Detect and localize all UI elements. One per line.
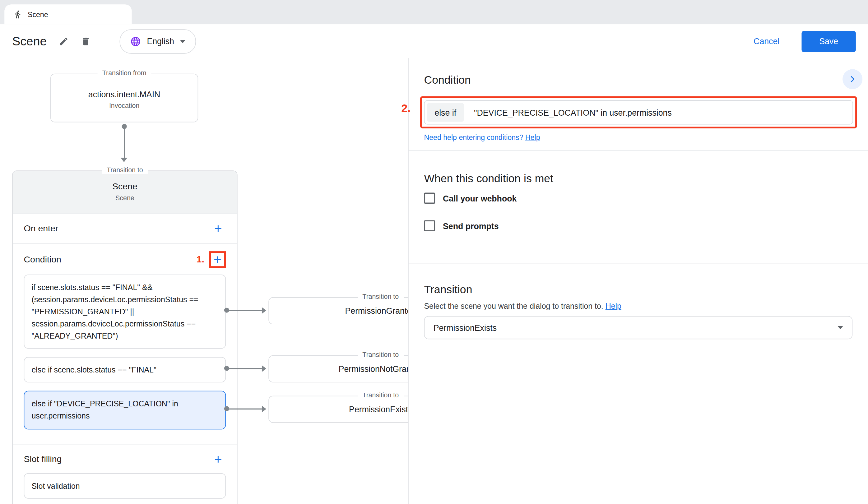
add-condition-button[interactable]	[211, 252, 224, 267]
arrowhead-down-icon	[121, 158, 127, 162]
target-legend: Transition to	[357, 351, 404, 359]
chevron-right-icon	[847, 74, 858, 85]
send-prompts-label: Send prompts	[443, 221, 499, 230]
delete-scene-button[interactable]	[79, 34, 93, 48]
conditions-help-link[interactable]: Help	[525, 133, 540, 142]
cancel-button[interactable]: Cancel	[750, 36, 783, 46]
on-enter-label: On enter	[24, 223, 59, 233]
add-on-enter-button[interactable]	[210, 221, 226, 236]
globe-icon	[130, 36, 142, 47]
tab-title: Scene	[28, 10, 48, 19]
chevron-down-icon	[838, 326, 843, 329]
transition-from-legend: Transition from	[97, 69, 152, 77]
divider	[409, 263, 868, 264]
add-slot-button[interactable]	[210, 451, 226, 467]
annotation-1: 1.	[197, 254, 204, 265]
annotation-2: 2.	[402, 102, 411, 115]
condition-detail-panel: Condition 2. else if Need help entering …	[408, 58, 868, 504]
transition-scene-select[interactable]: PermissionExists	[424, 316, 852, 339]
target-title: PermissionGranted	[269, 298, 408, 324]
intent-type: Invocation	[51, 102, 198, 110]
condition-editor: 2. else if	[420, 96, 857, 128]
condition-section: Condition 1. if scene.slots.status == "F…	[13, 243, 237, 444]
call-webhook-checkbox[interactable]	[424, 192, 435, 204]
intent-name: actions.intent.MAIN	[51, 90, 198, 99]
arrowhead-right-icon	[262, 406, 266, 412]
condition-card[interactable]: else if scene.slots.status == "FINAL"	[24, 357, 226, 382]
target-scene-permission-not-granted[interactable]: Transition to PermissionNotGranted	[268, 355, 408, 382]
connector-line	[229, 368, 262, 369]
scene-card-subtitle: Scene	[13, 194, 237, 202]
annotation-box-1	[209, 251, 226, 268]
scene-diagram: Transition from actions.intent.MAIN Invo…	[0, 58, 408, 504]
chevron-down-icon	[180, 40, 185, 43]
pencil-icon	[59, 36, 69, 46]
assistant-walk-icon	[13, 10, 22, 19]
language-selector[interactable]: English	[120, 29, 196, 53]
target-scene-permission-exists[interactable]: Transition to PermissionExists	[268, 396, 408, 423]
when-condition-heading: When this condition is met	[424, 172, 852, 185]
help-prompt-text: Need help entering conditions?	[424, 133, 523, 142]
on-enter-row[interactable]: On enter	[13, 214, 237, 243]
else-if-label: else if	[427, 103, 464, 122]
slot-filling-section: Slot filling Slot validation	[13, 444, 237, 498]
scene-editor-page: Scene Scene English Cancel Save	[0, 0, 868, 504]
collapse-panel-button[interactable]	[843, 69, 862, 89]
content: Transition from actions.intent.MAIN Invo…	[0, 58, 868, 504]
condition-expression-input[interactable]	[466, 101, 852, 124]
slot-validation-card[interactable]: Slot validation	[24, 473, 226, 499]
scene-card-legend: Transition to	[102, 166, 148, 174]
connector-line	[229, 310, 262, 311]
tab-bar: Scene	[0, 0, 868, 24]
plus-icon	[213, 223, 224, 234]
send-prompts-checkbox[interactable]	[424, 220, 435, 231]
trash-icon	[81, 36, 91, 46]
plus-icon	[212, 254, 223, 265]
condition-section-label: Condition	[24, 255, 61, 265]
call-webhook-option[interactable]: Call your webhook	[424, 191, 852, 205]
arrowhead-right-icon	[262, 365, 266, 372]
panel-heading: Condition	[424, 74, 852, 86]
scene-card-header[interactable]: Scene Scene	[13, 171, 237, 214]
save-button[interactable]: Save	[802, 31, 856, 52]
send-prompts-option[interactable]: Send prompts	[424, 219, 852, 233]
slot-filling-label: Slot filling	[24, 454, 62, 464]
scene-card-title: Scene	[13, 171, 237, 191]
connector-line	[229, 409, 262, 410]
selected-scene-value: PermissionExists	[434, 323, 497, 332]
page-title: Scene	[12, 34, 46, 48]
transition-from-card[interactable]: Transition from actions.intent.MAIN Invo…	[50, 74, 198, 123]
scene-card: Transition to Scene Scene On enter Condi…	[12, 170, 237, 504]
condition-card-selected[interactable]: else if "DEVICE_PRECISE_LOCATION" in use…	[24, 391, 226, 430]
transition-description: Select the scene you want the dialog to …	[424, 302, 603, 310]
arrowhead-right-icon	[262, 307, 266, 314]
transition-help-link[interactable]: Help	[606, 302, 621, 310]
target-title: PermissionExists	[269, 396, 408, 422]
call-webhook-label: Call your webhook	[443, 193, 517, 203]
annotation-box-2: else if	[420, 96, 857, 128]
target-scene-permission-granted[interactable]: Transition to PermissionGranted	[268, 297, 408, 324]
target-title: PermissionNotGranted	[269, 356, 408, 382]
header: Scene English Cancel Save	[0, 24, 868, 58]
connector-line	[124, 128, 125, 158]
plus-icon	[213, 454, 224, 465]
divider	[409, 150, 868, 151]
target-legend: Transition to	[357, 391, 404, 399]
scene-tab[interactable]: Scene	[4, 4, 132, 24]
language-label: English	[147, 36, 174, 46]
condition-card[interactable]: if scene.slots.status == "FINAL" && (ses…	[24, 274, 226, 349]
target-legend: Transition to	[357, 293, 404, 301]
transition-heading: Transition	[424, 283, 852, 296]
edit-scene-name-button[interactable]	[56, 34, 71, 48]
